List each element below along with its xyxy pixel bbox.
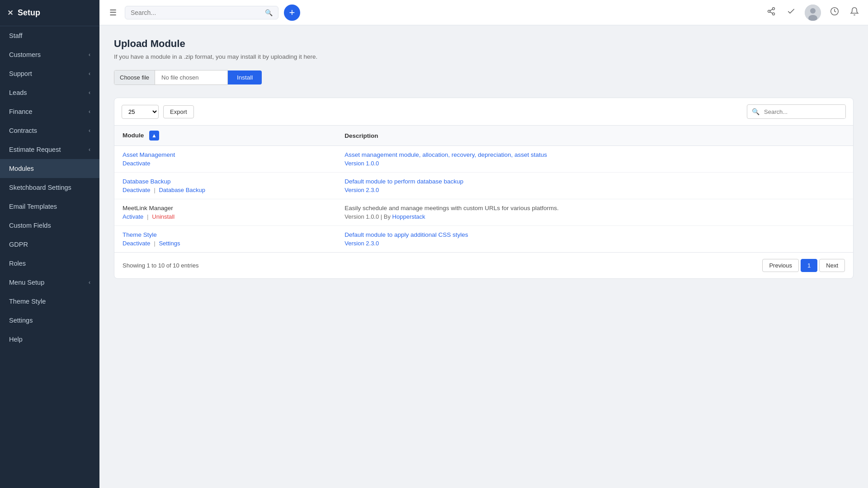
bell-icon[interactable]: [848, 5, 861, 20]
search-input[interactable]: [131, 9, 261, 16]
module-version: Version 1.0.0 | By Hopperstack: [344, 213, 845, 220]
action-uninstall[interactable]: Uninstall: [152, 213, 175, 220]
sidebar-item-label: Staff: [9, 32, 23, 39]
sidebar-item-custom-fields[interactable]: Custom Fields: [0, 216, 99, 235]
add-button[interactable]: +: [284, 5, 300, 21]
module-actions: Activate | Uninstall: [123, 213, 328, 220]
sidebar-item-estimate-request[interactable]: Estimate Request‹: [0, 140, 99, 159]
next-button[interactable]: Next: [819, 259, 845, 272]
sidebar-item-label: Custom Fields: [9, 222, 51, 229]
module-name[interactable]: Asset Management: [123, 151, 328, 158]
action-deactivate[interactable]: Deactivate: [123, 240, 150, 247]
sidebar-item-leads[interactable]: Leads‹: [0, 83, 99, 102]
chevron-icon: ‹: [89, 127, 90, 134]
chevron-icon: ‹: [89, 279, 90, 286]
chevron-icon: ‹: [89, 89, 90, 96]
table-search-input[interactable]: [764, 105, 845, 118]
table-search-icon: 🔍: [747, 105, 764, 118]
share-icon[interactable]: [765, 5, 778, 20]
check-icon[interactable]: [785, 5, 797, 20]
sidebar-item-sketchboard-settings[interactable]: Sketchboard Settings: [0, 178, 99, 197]
module-cell: MeetLink ManagerActivate | Uninstall: [114, 199, 336, 226]
action-separator: |: [145, 213, 150, 220]
hopperstack-link[interactable]: Hopperstack: [392, 213, 425, 220]
sidebar-item-email-templates[interactable]: Email Templates: [0, 197, 99, 216]
sidebar-item-settings[interactable]: Settings: [0, 311, 99, 330]
install-button[interactable]: Install: [228, 70, 262, 84]
action-database-backup[interactable]: Database Backup: [159, 187, 205, 193]
sidebar-item-label: Email Templates: [9, 203, 57, 210]
showing-text: Showing 1 to 10 of 10 entries: [123, 262, 198, 269]
sidebar-item-roles[interactable]: Roles: [0, 254, 99, 273]
table-row: MeetLink ManagerActivate | UninstallEasi…: [114, 199, 853, 226]
module-actions: Deactivate | Database Backup: [123, 187, 328, 193]
svg-point-1: [768, 10, 770, 13]
sidebar-item-label: Estimate Request: [9, 146, 61, 153]
page-title: Upload Module: [114, 38, 854, 50]
close-icon[interactable]: ✕: [7, 9, 13, 17]
sidebar-item-support[interactable]: Support‹: [0, 64, 99, 83]
menu-icon[interactable]: ☰: [107, 5, 119, 20]
module-actions: Deactivate: [123, 160, 328, 167]
action-deactivate[interactable]: Deactivate: [123, 160, 150, 167]
sidebar-item-theme-style[interactable]: Theme Style: [0, 292, 99, 311]
description-cell: Default module to perform database backu…: [336, 173, 853, 199]
version-text: Version 1.0.0: [344, 160, 379, 167]
export-button[interactable]: Export: [163, 105, 194, 118]
sidebar-item-contracts[interactable]: Contracts‹: [0, 121, 99, 140]
sidebar-item-label: Finance: [9, 108, 33, 115]
page-subtitle: If you have a module in a .zip format, y…: [114, 53, 854, 60]
module-name[interactable]: Theme Style: [123, 231, 328, 238]
sidebar-item-label: Roles: [9, 260, 26, 267]
module-description: Easily schedule and manage meetings with…: [344, 205, 845, 211]
table-row: Database BackupDeactivate | Database Bac…: [114, 173, 853, 199]
svg-point-2: [773, 13, 775, 15]
avatar[interactable]: [805, 5, 821, 21]
clock-icon[interactable]: [828, 5, 841, 20]
table-search: 🔍: [747, 104, 846, 119]
description-cell: Default module to apply additional CSS s…: [336, 226, 853, 253]
action-separator: |: [152, 187, 157, 193]
table-row: Theme StyleDeactivate | SettingsDefault …: [114, 226, 853, 253]
action-settings[interactable]: Settings: [159, 240, 180, 247]
sidebar-item-customers[interactable]: Customers‹: [0, 45, 99, 64]
sidebar: ✕ Setup StaffCustomers‹Support‹Leads‹Fin…: [0, 0, 99, 488]
module-description: Asset management module, allocation, rec…: [344, 151, 845, 158]
module-name: MeetLink Manager: [123, 205, 328, 211]
sidebar-item-label: GDPR: [9, 241, 28, 248]
sort-module-button[interactable]: ▲: [149, 131, 159, 141]
sidebar-item-label: Leads: [9, 89, 27, 96]
file-input-wrapper: Choose file No file chosen: [114, 70, 228, 85]
table-row: Asset ManagementDeactivateAsset manageme…: [114, 146, 853, 173]
module-name[interactable]: Database Backup: [123, 178, 328, 185]
previous-button[interactable]: Previous: [762, 259, 799, 272]
page-1-button[interactable]: 1: [801, 259, 817, 272]
sidebar-item-modules[interactable]: Modules: [0, 159, 99, 178]
action-separator: |: [152, 240, 157, 247]
sidebar-header: ✕ Setup: [0, 0, 99, 26]
action-deactivate[interactable]: Deactivate: [123, 187, 150, 193]
pagination-bar: Showing 1 to 10 of 10 entries Previous 1…: [114, 252, 853, 278]
action-activate[interactable]: Activate: [123, 213, 143, 220]
search-bar: 🔍: [125, 6, 278, 19]
module-description: Default module to apply additional CSS s…: [344, 231, 845, 238]
per-page-select[interactable]: 25 50 100: [122, 105, 159, 119]
sidebar-item-help[interactable]: Help: [0, 330, 99, 349]
chevron-icon: ‹: [89, 52, 90, 58]
modules-table: Module ▲ Description Asset ManagementDea…: [114, 126, 853, 252]
pagination-controls: Previous 1 Next: [762, 259, 845, 272]
svg-point-6: [810, 8, 816, 14]
sidebar-item-staff[interactable]: Staff: [0, 26, 99, 45]
choose-file-button[interactable]: Choose file: [114, 70, 155, 84]
sidebar-nav: StaffCustomers‹Support‹Leads‹Finance‹Con…: [0, 26, 99, 349]
file-name-display: No file chosen: [155, 70, 227, 84]
description-cell: Easily schedule and manage meetings with…: [336, 199, 853, 226]
sidebar-item-label: Contracts: [9, 127, 37, 134]
sidebar-item-menu-setup[interactable]: Menu Setup‹: [0, 273, 99, 292]
description-cell: Asset management module, allocation, rec…: [336, 146, 853, 173]
sidebar-item-finance[interactable]: Finance‹: [0, 102, 99, 121]
sidebar-item-gdpr[interactable]: GDPR: [0, 235, 99, 254]
modules-table-card: 25 50 100 Export 🔍 Module ▲: [114, 98, 854, 279]
sidebar-item-label: Modules: [9, 165, 34, 172]
sidebar-item-label: Help: [9, 336, 23, 343]
